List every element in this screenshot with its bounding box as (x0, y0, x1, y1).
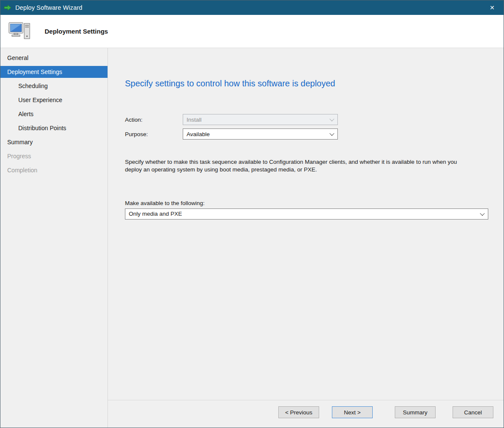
wizard-green-arrow-icon (4, 4, 11, 11)
chevron-down-icon (326, 114, 337, 125)
sidebar-item-general[interactable]: General (0, 52, 108, 64)
wizard-step-list: General Deployment Settings Scheduling U… (0, 48, 108, 428)
previous-button[interactable]: < Previous (278, 406, 319, 418)
sidebar-item-label: Progress (7, 153, 31, 160)
sidebar-item-user-experience[interactable]: User Experience (0, 94, 108, 106)
make-available-label: Make available to the following: (125, 200, 488, 206)
make-available-row: Only media and PXE (125, 208, 488, 220)
title-bar: Deploy Software Wizard ✕ (0, 0, 504, 15)
computer-icon (8, 21, 45, 42)
action-label: Action: (125, 117, 183, 123)
action-value: Install (187, 117, 201, 123)
sidebar-item-label: Alerts (18, 111, 34, 117)
sidebar-item-progress: Progress (0, 150, 108, 162)
deployment-settings-panel: Specify settings to control how this sof… (108, 48, 504, 400)
purpose-row: Purpose: Available (125, 128, 488, 140)
make-available-value: Only media and PXE (129, 211, 182, 217)
sidebar-item-summary[interactable]: Summary (0, 136, 108, 148)
close-icon[interactable]: ✕ (485, 0, 499, 15)
sidebar-item-deployment-settings[interactable]: Deployment Settings (0, 66, 108, 78)
chevron-down-icon (326, 129, 337, 139)
sidebar-item-label: Completion (7, 167, 37, 174)
sidebar-item-alerts[interactable]: Alerts (0, 108, 108, 120)
wizard-footer: < Previous Next > Summary Cancel (108, 400, 504, 428)
sidebar-item-label: Deployment Settings (7, 68, 62, 75)
content-heading: Specify settings to control how this sof… (125, 79, 488, 88)
next-button[interactable]: Next > (332, 406, 373, 418)
purpose-value: Available (187, 131, 210, 137)
action-purpose-form: Action: Install Purpose: Available (125, 114, 488, 140)
window-title: Deploy Software Wizard (15, 4, 485, 11)
sidebar-item-label: User Experience (18, 97, 62, 103)
action-row: Action: Install (125, 114, 488, 125)
wizard-header: Deployment Settings (0, 15, 504, 48)
make-available-dropdown[interactable]: Only media and PXE (125, 208, 488, 220)
sidebar-item-completion: Completion (0, 164, 108, 176)
sidebar-item-distribution-points[interactable]: Distribution Points (0, 122, 108, 134)
sidebar-item-label: Distribution Points (18, 125, 66, 131)
action-dropdown: Install (183, 114, 338, 125)
sidebar-item-label: General (7, 54, 28, 61)
purpose-label: Purpose: (125, 131, 183, 137)
chevron-down-icon (477, 209, 488, 219)
wizard-content: Specify settings to control how this sof… (108, 48, 504, 428)
page-title: Deployment Settings (45, 28, 108, 35)
purpose-dropdown[interactable]: Available (183, 128, 338, 140)
sidebar-item-label: Summary (7, 139, 33, 146)
sidebar-item-label: Scheduling (18, 83, 48, 89)
wizard-body: General Deployment Settings Scheduling U… (0, 48, 504, 428)
sidebar-item-scheduling[interactable]: Scheduling (0, 80, 108, 92)
summary-button[interactable]: Summary (395, 406, 436, 418)
deploy-software-wizard-window: Deploy Software Wizard ✕ Deployment Sett… (0, 0, 504, 428)
cancel-button[interactable]: Cancel (453, 406, 493, 418)
availability-description: Specify whether to make this task sequen… (125, 158, 470, 174)
